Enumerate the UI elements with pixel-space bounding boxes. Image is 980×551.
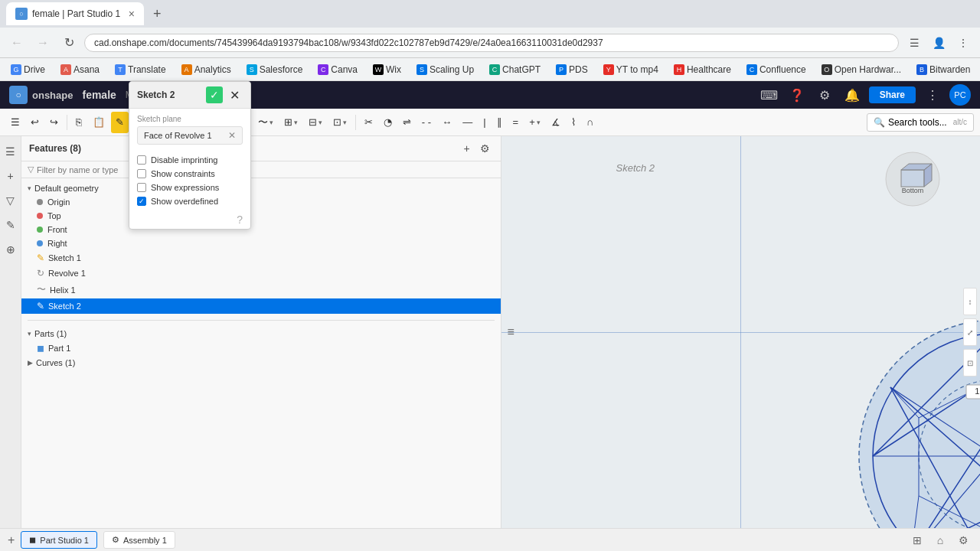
- notifications-btn[interactable]: 🔔: [841, 84, 863, 106]
- tab-part-studio[interactable]: ◼ Part Studio 1: [21, 531, 97, 549]
- sketch-plane-clear-btn[interactable]: ✕: [228, 136, 236, 141]
- header-actions: ⌨ ❓ ⚙ 🔔 Share ⋮ PC: [759, 84, 971, 106]
- tree-item-right[interactable]: Right: [21, 236, 501, 250]
- new-tab-button[interactable]: +: [147, 6, 168, 22]
- canvas-area[interactable]: Sketch 2 ≡: [501, 136, 981, 528]
- bookmark-scaling[interactable]: S Scaling Up: [412, 63, 479, 77]
- sketch-option-expressions[interactable]: Show expressions: [137, 183, 243, 192]
- filter-icon[interactable]: ▽: [2, 191, 20, 210]
- tree-item-front[interactable]: Front: [21, 223, 501, 236]
- user-avatar[interactable]: PC: [949, 84, 971, 106]
- bookmark-chatgpt[interactable]: C ChatGPT: [485, 63, 545, 77]
- highlight-btn[interactable]: ✎: [111, 112, 129, 133]
- bookmark-healthcare[interactable]: H Healthcare: [669, 63, 736, 77]
- offset-btn[interactable]: ⊞ ▾: [279, 112, 302, 133]
- bookmark-analytics[interactable]: A Analytics: [177, 63, 236, 77]
- tree-item-revolve1[interactable]: ↻ Revolve 1: [21, 266, 501, 281]
- active-tab[interactable]: ○ female | Part Studio 1 ×: [6, 2, 144, 25]
- forward-button[interactable]: →: [32, 32, 54, 54]
- sketch-help-btn[interactable]: ?: [129, 210, 250, 229]
- paste-btn[interactable]: 📋: [88, 112, 109, 133]
- constraint-par-btn[interactable]: ∥: [492, 112, 507, 133]
- bookmark-wix[interactable]: W Wix: [368, 63, 406, 77]
- constraint-h-btn[interactable]: —: [458, 112, 477, 133]
- share-button[interactable]: Share: [869, 86, 916, 103]
- spline-btn[interactable]: 〜 ▾: [253, 112, 278, 133]
- arc-constraint-btn[interactable]: ∩: [582, 112, 598, 133]
- bookmark-openhardware[interactable]: O Open Hardwar...: [817, 63, 906, 77]
- sketch-option-constraints[interactable]: Show constraints: [137, 169, 243, 178]
- pattern-btn[interactable]: ⊟ ▾: [304, 112, 327, 133]
- extensions-btn[interactable]: ☰: [903, 32, 925, 54]
- tree-item-sketch1[interactable]: ✎ Sketch 1: [21, 250, 501, 266]
- reload-button[interactable]: ↻: [58, 32, 80, 54]
- address-bar[interactable]: cad.onshape.com/documents/745439964da919…: [84, 34, 899, 52]
- more-header-btn[interactable]: ⋮: [922, 84, 943, 106]
- curves-group[interactable]: ▶ Curves (1): [21, 356, 501, 370]
- trim-btn[interactable]: ✂: [360, 112, 377, 133]
- expressions-checkbox[interactable]: [137, 183, 146, 192]
- tree-item-helix1[interactable]: 〜 Helix 1: [21, 281, 501, 298]
- keyboard-shortcut-btn[interactable]: ⌨: [759, 84, 780, 106]
- constraints-checkbox[interactable]: [137, 169, 146, 178]
- features-icon[interactable]: ☰: [2, 142, 20, 161]
- copy-btn[interactable]: ⎘: [71, 112, 87, 133]
- tree-item-sketch2[interactable]: ✎ Sketch 2: [21, 298, 501, 314]
- measure-btn[interactable]: ⌇: [567, 112, 580, 133]
- default-geometry-group[interactable]: ▾ Default geometry: [21, 181, 501, 195]
- transform-btn[interactable]: ⊡ ▾: [328, 112, 351, 133]
- parts-group[interactable]: ▾ Parts (1): [21, 327, 501, 341]
- redo-btn[interactable]: ↪: [45, 112, 63, 133]
- bookmark-drive[interactable]: G Drive: [6, 63, 50, 77]
- tree-item-origin[interactable]: Origin: [21, 195, 501, 209]
- imprinting-checkbox[interactable]: [137, 155, 146, 165]
- sketch-option-overdefined[interactable]: ✓ Show overdefined: [137, 197, 243, 206]
- help-btn[interactable]: ❓: [786, 84, 808, 106]
- back-button[interactable]: ←: [6, 32, 28, 54]
- bookmark-asana[interactable]: A Asana: [56, 63, 104, 77]
- menu-btn[interactable]: ⋮: [952, 32, 974, 54]
- constraint-a-btn[interactable]: ∡: [547, 112, 565, 133]
- add-feature-btn[interactable]: +: [459, 141, 475, 156]
- revolve1-label: Revolve 1: [48, 269, 86, 278]
- profile-btn[interactable]: 👤: [928, 32, 949, 54]
- construction-btn[interactable]: - -: [417, 112, 436, 133]
- equal-btn[interactable]: =: [508, 112, 524, 133]
- bottom-icon-1[interactable]: ⊞: [908, 531, 926, 549]
- constraint-more-btn[interactable]: + ▾: [524, 112, 545, 133]
- bookmark-pds[interactable]: P PDS: [551, 63, 593, 77]
- properties-icon[interactable]: +: [2, 167, 20, 185]
- bookmark-confluence[interactable]: C Confluence: [742, 63, 811, 77]
- fit-btn[interactable]: ⊡: [963, 349, 977, 377]
- sketch-option-imprinting[interactable]: Disable imprinting: [137, 155, 243, 165]
- feature-settings-btn[interactable]: ⚙: [478, 141, 493, 156]
- sketch-icon[interactable]: ✎: [2, 216, 20, 234]
- bookmark-salesforce[interactable]: S Salesforce: [242, 63, 308, 77]
- bookmark-bitwarden[interactable]: B Bitwarden: [912, 63, 975, 77]
- toolbar-search[interactable]: 🔍 Search tools... alt/c: [867, 113, 974, 132]
- bottom-icon-3[interactable]: ⚙: [954, 531, 972, 549]
- tab-assembly[interactable]: ⚙ Assembly 1: [103, 531, 175, 549]
- filter-input[interactable]: [37, 165, 495, 174]
- zoom-in-btn[interactable]: ↕: [963, 288, 977, 315]
- convert-btn[interactable]: ⇌: [398, 112, 416, 133]
- settings-btn[interactable]: ⚙: [814, 84, 835, 106]
- extra-icon[interactable]: ⊕: [2, 240, 20, 259]
- tree-item-top[interactable]: Top: [21, 209, 501, 223]
- dimension-btn[interactable]: ↔: [437, 112, 456, 133]
- bookmark-canva[interactable]: C Canva: [313, 63, 362, 77]
- menu-toggle-btn[interactable]: ☰: [6, 112, 24, 133]
- tab-close-btn[interactable]: ×: [129, 8, 135, 20]
- bottom-icon-2[interactable]: ⌂: [931, 531, 949, 549]
- fillet-btn[interactable]: ◔: [379, 112, 397, 133]
- bookmark-translate[interactable]: T Translate: [110, 63, 171, 77]
- overdefined-checkbox[interactable]: ✓: [137, 197, 146, 206]
- sketch-panel: Sketch 2 ✓ ✕ Sketch plane Face of Revolv…: [129, 136, 251, 230]
- undo-btn[interactable]: ↩: [26, 112, 44, 133]
- bookmark-yt[interactable]: Y YT to mp4: [599, 63, 663, 77]
- helix1-icon: 〜: [37, 283, 46, 296]
- constraint-v-btn[interactable]: |: [479, 112, 490, 133]
- add-tab-btn[interactable]: +: [8, 533, 15, 547]
- tree-item-part1[interactable]: ◼ Part 1: [21, 341, 501, 356]
- zoom-out-btn[interactable]: ⤢: [963, 318, 977, 346]
